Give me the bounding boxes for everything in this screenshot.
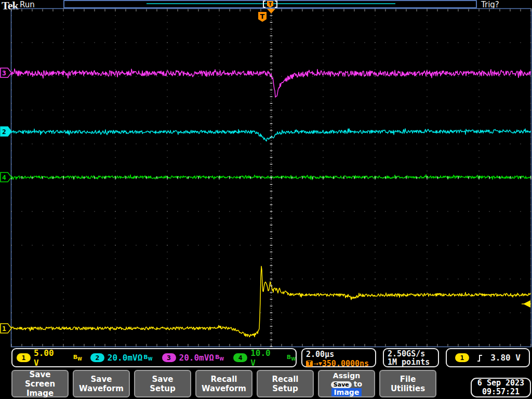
- horizontal-readout-box[interactable]: 2.00µs T → ▼ 350.0000ns: [301, 348, 376, 367]
- tek-logo: Tek: [2, 0, 18, 12]
- expansion-marker-icon: ▼: [318, 361, 322, 367]
- save-setup-button[interactable]: SaveSetup: [134, 370, 191, 397]
- scope-display: 3241TT: [0, 0, 532, 399]
- waveform-ch2: [11, 129, 531, 141]
- ch4-badge[interactable]: 4: [233, 353, 247, 362]
- channel-4-marker[interactable]: 4: [1, 172, 11, 182]
- record-length: 1M points: [388, 358, 438, 366]
- ch2-bandwidth-icon: BW: [143, 354, 152, 362]
- ch4-scale: 10.0 V: [250, 348, 281, 368]
- trigger-delay-row: T → ▼ 350.0000ns: [306, 359, 375, 368]
- svg-text:3: 3: [2, 69, 6, 77]
- trigger-source-badge: 1: [455, 353, 469, 362]
- trigger-level-value: 3.80 V: [490, 353, 521, 363]
- svg-text:2: 2: [2, 128, 6, 136]
- acquisition-status: Run: [20, 0, 35, 9]
- channel-1-marker[interactable]: 1: [1, 324, 11, 333]
- ch4-bandwidth-icon: BW: [287, 354, 296, 362]
- waveform-ch1: [11, 266, 531, 337]
- ch1-badge[interactable]: 1: [17, 353, 31, 362]
- assign-target: Image: [331, 388, 362, 396]
- ch2-badge[interactable]: 2: [90, 353, 104, 362]
- save-waveform-button[interactable]: SaveWaveform: [73, 370, 130, 397]
- date-time-box: 6 Sep 2023 09:57:21: [471, 378, 531, 397]
- expansion-point-marker: [267, 9, 275, 14]
- assign-save-button[interactable]: Assign Saveto Image: [318, 370, 375, 397]
- trigger-status: Trig?: [481, 0, 499, 9]
- trigger-readout-box[interactable]: 1 3.80 V: [446, 348, 530, 367]
- ch2-scale: 20.0mVΩ: [108, 353, 142, 363]
- trigger-level-arrow[interactable]: [522, 300, 531, 308]
- file-utilities-button[interactable]: FileUtilities: [379, 370, 436, 397]
- timebase-scale: 2.00µs: [306, 350, 375, 359]
- ch1-bandwidth-icon: BW: [73, 354, 82, 362]
- date: 6 Sep 2023: [477, 379, 524, 388]
- waveform-ch4: [11, 175, 531, 180]
- time: 09:57:21: [482, 388, 520, 396]
- ch3-scale: 20.0mVΩ: [179, 353, 214, 363]
- save-key-icon: Save: [331, 381, 352, 388]
- svg-text:4: 4: [2, 174, 6, 181]
- trigger-t-icon: T: [306, 361, 313, 367]
- svg-text:1: 1: [2, 325, 6, 332]
- channel-readouts-box[interactable]: 1 5.00 V BW 2 20.0mVΩ BW 3 20.0mVΩ BW 4 …: [11, 348, 297, 367]
- rising-edge-icon: [476, 353, 484, 363]
- ch3-badge[interactable]: 3: [162, 353, 176, 362]
- horizontal-preview-bar[interactable]: [63, 0, 477, 8]
- save-screen-image-button[interactable]: SaveScreen Image: [11, 370, 69, 397]
- recall-waveform-button[interactable]: RecallWaveform: [195, 370, 252, 397]
- waveform-ch3: [11, 69, 531, 98]
- acquisition-readout-box[interactable]: 2.50GS/s 1M points: [383, 348, 439, 367]
- trigger-delay-value: 350.0000ns: [322, 359, 369, 368]
- sample-rate: 2.50GS/s: [388, 350, 438, 358]
- svg-text:T: T: [260, 12, 265, 20]
- channel-3-marker[interactable]: 3: [1, 68, 11, 77]
- trigger-t-flag[interactable]: T: [258, 12, 267, 22]
- recall-setup-button[interactable]: RecallSetup: [257, 370, 314, 397]
- ch1-scale: 5.00 V: [34, 348, 64, 368]
- ch3-bandwidth-icon: BW: [215, 354, 224, 362]
- channel-2-marker[interactable]: 2: [1, 127, 11, 136]
- oscilloscope-screen: Tek Run Trig? 3241TT 1 5.00 V BW 2 20.0m…: [0, 0, 532, 399]
- arrow-right-icon: →: [313, 361, 318, 367]
